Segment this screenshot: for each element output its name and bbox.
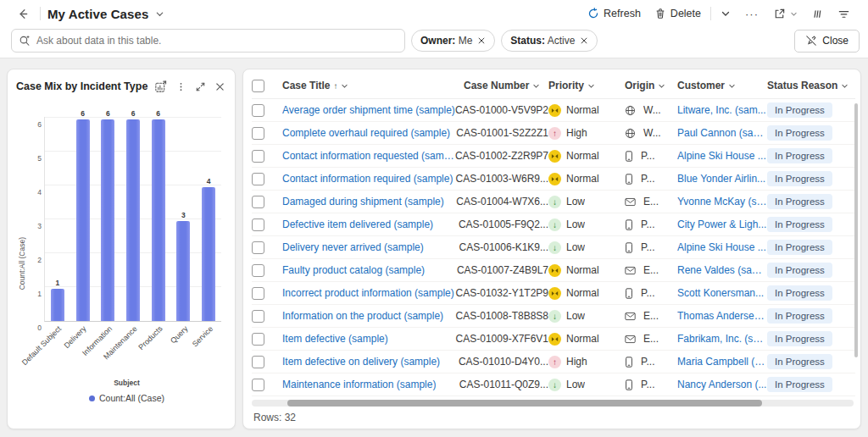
- more-commands-chevron-button[interactable]: [716, 5, 735, 22]
- chart-more-options-button[interactable]: [173, 80, 189, 94]
- bar[interactable]: [51, 289, 64, 321]
- column-header-case-title[interactable]: Case Title ↑: [282, 80, 348, 91]
- customer-link[interactable]: Yvonne McKay (sa...: [677, 196, 767, 207]
- customer-link[interactable]: Alpine Ski House ...: [677, 241, 767, 253]
- customer-link[interactable]: Nancy Anderson (...: [677, 379, 767, 390]
- table-row[interactable]: Complete overhaul required (sample)CAS-0…: [252, 122, 855, 145]
- case-title-link[interactable]: Delivery never arrived (sample): [282, 241, 424, 253]
- back-button[interactable]: [12, 4, 33, 24]
- table-row[interactable]: Contact information required (sample)CAS…: [252, 168, 855, 191]
- case-title-link[interactable]: Average order shipment time (sample): [282, 104, 455, 116]
- row-checkbox[interactable]: [252, 196, 264, 208]
- email-icon: [625, 266, 636, 275]
- customer-link[interactable]: Rene Valdes (sam...: [677, 264, 767, 276]
- ask-data-searchbox[interactable]: [11, 29, 405, 53]
- y-tick-label: 5: [37, 154, 42, 163]
- origin-cell: P...: [641, 241, 654, 253]
- row-checkbox[interactable]: [252, 150, 264, 163]
- case-title-link[interactable]: Complete overhaul required (sample): [282, 127, 450, 139]
- customer-link[interactable]: Alpine Ski House ...: [677, 150, 767, 162]
- column-header-priority[interactable]: Priority: [548, 80, 595, 91]
- y-tick-label: 4: [37, 188, 42, 196]
- table-row[interactable]: Faulty product catalog (sample)CAS-01007…: [252, 259, 855, 282]
- bar[interactable]: [176, 221, 190, 321]
- case-title-link[interactable]: Faulty product catalog (sample): [282, 264, 425, 276]
- command-divider: [710, 7, 711, 20]
- remove-status-filter-icon[interactable]: [580, 36, 588, 45]
- overflow-menu-button[interactable]: ···: [740, 8, 764, 20]
- customer-link[interactable]: Maria Campbell (s...: [677, 356, 767, 368]
- bar-group-information: 6: [95, 109, 120, 321]
- row-checkbox[interactable]: [252, 310, 264, 323]
- customer-link[interactable]: Litware, Inc. (sam...: [677, 104, 767, 116]
- row-checkbox[interactable]: [252, 379, 264, 391]
- row-checkbox[interactable]: [252, 287, 264, 300]
- customer-link[interactable]: Fabrikam, Inc. (sa...: [677, 333, 767, 345]
- row-checkbox[interactable]: [252, 218, 264, 231]
- expand-chart-button[interactable]: [192, 80, 209, 94]
- table-row[interactable]: Damaged during shipment (sample)CAS-0100…: [252, 191, 855, 213]
- case-title-link[interactable]: Information on the product (sample): [282, 310, 443, 322]
- case-number-cell: CAS-01011-Q0Z9...: [459, 379, 548, 390]
- row-checkbox[interactable]: [252, 356, 264, 368]
- share-button[interactable]: [769, 4, 802, 24]
- change-chart-button[interactable]: [152, 79, 170, 95]
- customer-link[interactable]: City Power & Ligh...: [677, 218, 767, 230]
- remove-owner-filter-icon[interactable]: [477, 36, 486, 45]
- row-checkbox[interactable]: [252, 173, 264, 185]
- row-checkbox[interactable]: [252, 241, 264, 254]
- column-header-customer[interactable]: Customer: [677, 80, 767, 91]
- bar[interactable]: [126, 119, 140, 321]
- table-row[interactable]: Maintenance information (sample)CAS-0101…: [252, 373, 855, 396]
- vertical-scrollbar-thumb[interactable]: [854, 103, 858, 357]
- case-title-link[interactable]: Maintenance information (sample): [282, 379, 436, 390]
- close-chart-button[interactable]: [212, 80, 228, 94]
- bar[interactable]: [202, 187, 215, 321]
- column-header-case-number[interactable]: Case Number: [464, 80, 548, 91]
- table-row[interactable]: Item defective (sample)CAS-01009-X7F6V1N…: [252, 328, 855, 351]
- row-checkbox[interactable]: [252, 127, 264, 140]
- case-title-link[interactable]: Contact information required (sample): [282, 173, 453, 185]
- table-row[interactable]: Defective item delivered (sample)CAS-010…: [252, 213, 855, 236]
- column-header-status-reason[interactable]: Status Reason: [767, 80, 855, 91]
- priority-cell: Low: [566, 241, 585, 253]
- edit-columns-button[interactable]: [807, 4, 828, 24]
- bar[interactable]: [76, 119, 90, 321]
- customer-link[interactable]: Thomas Andersen...: [677, 310, 767, 322]
- horizontal-scrollbar-thumb[interactable]: [287, 400, 762, 407]
- case-title-link[interactable]: Item defective on delivery (sample): [282, 356, 440, 368]
- table-row[interactable]: Incorrect product information (sample)CA…: [252, 282, 855, 305]
- row-checkbox[interactable]: [252, 264, 264, 277]
- table-row[interactable]: Average order shipment time (sample)CAS-…: [252, 99, 855, 122]
- refresh-button[interactable]: Refresh: [583, 4, 645, 23]
- table-row[interactable]: Delivery never arrived (sample)CAS-01006…: [252, 236, 855, 259]
- case-title-link[interactable]: Contact information requested (sample): [282, 150, 455, 162]
- horizontal-scrollbar[interactable]: [252, 400, 854, 407]
- table-row[interactable]: Information on the product (sample)CAS-0…: [252, 305, 855, 328]
- table-row[interactable]: Item defective on delivery (sample)CAS-0…: [252, 351, 855, 373]
- customer-link[interactable]: Paul Cannon (sam...: [677, 127, 767, 139]
- customer-link[interactable]: Scott Konersman...: [677, 287, 767, 299]
- column-header-origin[interactable]: Origin: [625, 80, 665, 91]
- filter-button[interactable]: [833, 4, 854, 24]
- case-title-link[interactable]: Item defective (sample): [282, 333, 388, 345]
- row-checkbox[interactable]: [252, 104, 264, 117]
- bar[interactable]: [152, 119, 165, 321]
- case-title-link[interactable]: Incorrect product information (sample): [282, 287, 454, 299]
- delete-button[interactable]: Delete: [650, 4, 705, 23]
- ask-data-input[interactable]: [36, 35, 398, 47]
- case-title-link[interactable]: Defective item delivered (sample): [282, 218, 433, 230]
- row-checkbox[interactable]: [252, 333, 264, 346]
- x-axis-labels: Default SubjectDeliveryInformationMainte…: [44, 324, 221, 377]
- select-all-checkbox[interactable]: [252, 80, 264, 92]
- status-filter-chip[interactable]: Status: Active: [501, 30, 598, 52]
- case-title-link[interactable]: Damaged during shipment (sample): [282, 196, 444, 207]
- owner-filter-chip[interactable]: Owner: Me: [411, 30, 495, 52]
- table-row[interactable]: Contact information requested (sample)CA…: [252, 145, 855, 168]
- close-ask-panel-button[interactable]: Close: [794, 30, 860, 53]
- customer-link[interactable]: Blue Yonder Airlin...: [677, 173, 767, 185]
- view-chevron-down-icon[interactable]: [155, 9, 164, 19]
- case-number-cell: CAS-01000-V5V9P2: [455, 104, 548, 116]
- chevron-down-icon: [728, 82, 736, 90]
- bar[interactable]: [101, 119, 114, 321]
